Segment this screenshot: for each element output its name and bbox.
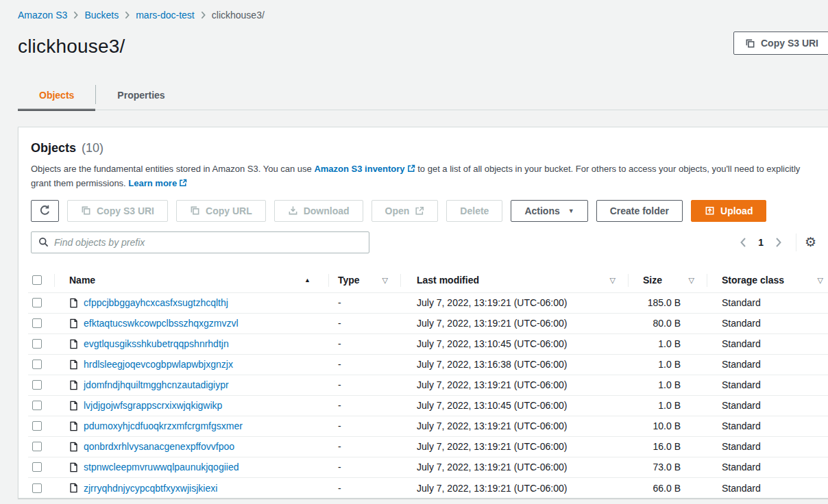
page-title: clickhouse3/: [18, 36, 125, 58]
storage-class-header-label: Storage class: [722, 275, 784, 286]
next-page-button[interactable]: [770, 234, 788, 251]
learn-more-link[interactable]: Learn more: [128, 178, 187, 188]
object-storage-class-cell: Standard: [707, 314, 828, 333]
description-text: Objects are the fundamental entities sto…: [31, 164, 312, 174]
row-checkbox[interactable]: [32, 298, 42, 307]
row-checkbox[interactable]: [32, 483, 42, 493]
copy-icon: [81, 205, 91, 216]
object-name-link[interactable]: qonbrdxrhlvysanacgenexpffovvfpoo: [84, 441, 234, 452]
breadcrumb: Amazon S3 Buckets mars-doc-test clickhou…: [18, 10, 265, 21]
table-row: evgtlqusgiksshkubetrqqpshnrhdtjn - July …: [28, 334, 828, 355]
table-row: pdumoxyhjcdfuoqkrzxmfcrgmfgsxmer - July …: [28, 416, 828, 437]
object-name-cell: stpnwcleepmvruwwqlpaunukjqogiied: [54, 457, 328, 477]
select-all-checkbox[interactable]: [32, 275, 42, 285]
refresh-icon: [39, 205, 51, 216]
row-checkbox[interactable]: [32, 401, 42, 410]
object-name-cell: zjrryqhdnjycypcqbtfxyxwjisjkiexi: [54, 478, 328, 499]
object-type-cell: -: [328, 334, 400, 354]
object-name-link[interactable]: pdumoxyhjcdfuoqkrzxmfcrgmfgsxmer: [84, 420, 243, 431]
refresh-button[interactable]: [31, 200, 59, 222]
row-checkbox[interactable]: [32, 442, 42, 451]
open-button[interactable]: Open: [372, 200, 439, 222]
upload-label: Upload: [720, 205, 753, 216]
object-name-link[interactable]: stpnwcleepmvruwwqlpaunukjqogiied: [84, 462, 239, 473]
row-checkbox[interactable]: [32, 380, 42, 390]
delete-label: Delete: [460, 205, 489, 216]
object-type-cell: -: [328, 437, 400, 457]
object-size-cell: 1.0 B: [628, 334, 707, 354]
file-icon: [69, 318, 78, 329]
column-header-storage-class[interactable]: Storage class ▽: [707, 268, 828, 292]
chevron-right-icon: [125, 11, 130, 19]
tab-properties[interactable]: Properties: [96, 81, 186, 111]
object-storage-class-cell: Standard: [707, 478, 828, 499]
object-name-cell: hrdlsleegjoqevcogbpwlapwbjxgnzjx: [54, 355, 328, 375]
last-modified-header-label: Last modified: [417, 275, 479, 286]
row-checkbox[interactable]: [32, 339, 42, 349]
tab-objects[interactable]: Objects: [18, 81, 95, 111]
size-header-label: Size: [643, 275, 662, 286]
object-last-modified-cell: July 7, 2022, 13:10:45 (UTC-06:00): [400, 334, 628, 354]
object-storage-class-cell: Standard: [707, 375, 828, 395]
copy-icon: [190, 205, 200, 216]
copy-url-button[interactable]: Copy URL: [176, 200, 266, 222]
breadcrumb-bucket-name[interactable]: mars-doc-test: [136, 10, 195, 21]
object-name-link[interactable]: efktaqtucswkcowpclbsszhqxgzmvzvl: [84, 318, 239, 329]
breadcrumb-buckets[interactable]: Buckets: [84, 10, 119, 21]
copy-s3-uri-button[interactable]: Copy S3 URI: [67, 200, 168, 222]
row-checkbox-cell: [28, 293, 54, 313]
object-size-cell: 1.0 B: [628, 375, 707, 395]
column-header-name[interactable]: Name ▲: [54, 268, 328, 292]
object-name-link[interactable]: hrdlsleegjoqevcogbpwlapwbjxgnzjx: [84, 359, 233, 370]
row-checkbox[interactable]: [32, 421, 42, 431]
upload-button[interactable]: Upload: [691, 200, 766, 222]
panel-description: Objects are the fundamental entities sto…: [31, 162, 805, 191]
object-name-link[interactable]: lvjdjgojwfsgrappscrxixwjqkigwikp: [84, 400, 222, 411]
select-all-checkbox-cell: [28, 268, 54, 292]
table-row: stpnwcleepmvruwwqlpaunukjqogiied - July …: [28, 457, 828, 478]
column-header-type[interactable]: Type ▽: [328, 268, 400, 292]
learn-more-label: Learn more: [128, 178, 177, 188]
object-last-modified-cell: July 7, 2022, 13:19:21 (UTC-06:00): [400, 375, 628, 395]
table-body: cfppcjbbggayhcxcasfxsugtzhcqlthj - July …: [28, 293, 828, 499]
external-link-icon: [179, 179, 187, 187]
table-row: efktaqtucswkcowpclbsszhqxgzmvzvl - July …: [28, 314, 828, 334]
object-size-cell: 80.0 B: [628, 314, 707, 333]
row-checkbox[interactable]: [32, 462, 42, 472]
row-checkbox-cell: [28, 334, 54, 354]
copy-s3-uri-label: Copy S3 URI: [761, 38, 818, 49]
table-header-row: Name ▲ Type ▽ Last modified ▽ Size ▽ Sto…: [28, 268, 828, 293]
row-checkbox[interactable]: [32, 318, 42, 328]
object-last-modified-cell: July 7, 2022, 13:10:45 (UTC-06:00): [400, 396, 628, 416]
page-number[interactable]: 1: [752, 237, 770, 248]
object-name-link[interactable]: cfppcjbbggayhcxcasfxsugtzhcqlthj: [84, 297, 228, 308]
object-name-link[interactable]: zjrryqhdnjycypcqbtfxyxwjisjkiexi: [84, 483, 217, 494]
column-header-last-modified[interactable]: Last modified ▽: [400, 268, 628, 292]
search-box: [31, 231, 369, 253]
delete-button[interactable]: Delete: [446, 200, 502, 222]
objects-table: Name ▲ Type ▽ Last modified ▽ Size ▽ Sto…: [28, 268, 828, 499]
download-button[interactable]: Download: [274, 200, 363, 222]
s3-console-page: Amazon S3 Buckets mars-doc-test clickhou…: [0, 0, 828, 504]
object-name-link[interactable]: evgtlqusgiksshkubetrqqpshnrhdtjn: [84, 338, 229, 349]
search-input[interactable]: [54, 237, 362, 248]
column-header-size[interactable]: Size ▽: [628, 268, 707, 292]
previous-page-button[interactable]: [734, 234, 752, 251]
chevron-right-icon: [201, 11, 206, 19]
row-checkbox[interactable]: [32, 360, 42, 369]
row-checkbox-cell: [28, 355, 54, 375]
copy-s3-uri-header-button[interactable]: Copy S3 URI: [733, 32, 828, 55]
external-link-icon: [415, 206, 424, 216]
object-type-cell: -: [328, 375, 400, 395]
breadcrumb-amazon-s3[interactable]: Amazon S3: [18, 10, 67, 21]
copy-s3-uri-label: Copy S3 URI: [97, 205, 154, 216]
object-name-link[interactable]: jdomfndjhquiltmgghcnzautadigiypr: [84, 379, 229, 390]
object-type-cell: -: [328, 293, 400, 313]
actions-dropdown-button[interactable]: Actions ▼: [511, 200, 587, 222]
file-icon: [69, 380, 78, 390]
row-checkbox-cell: [28, 437, 54, 457]
create-folder-button[interactable]: Create folder: [596, 200, 683, 222]
preferences-gear-icon[interactable]: ⚙: [805, 236, 816, 249]
amazon-s3-inventory-link[interactable]: Amazon S3 inventory: [314, 164, 415, 174]
name-header-label: Name: [69, 275, 95, 286]
